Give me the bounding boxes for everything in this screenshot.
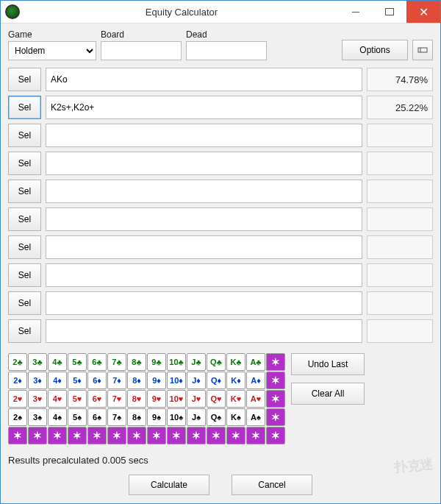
card-wild[interactable]: ✶ bbox=[147, 427, 166, 444]
card-4diamond[interactable]: 4♦ bbox=[48, 372, 67, 389]
card-Jdiamond[interactable]: J♦ bbox=[187, 372, 206, 389]
sel-button[interactable]: Sel bbox=[8, 207, 41, 231]
card-10club[interactable]: 10♣ bbox=[167, 353, 186, 371]
card-wild-spade[interactable]: ✶ bbox=[266, 408, 285, 426]
calculate-button[interactable]: Calculate bbox=[129, 475, 209, 495]
cancel-button[interactable]: Cancel bbox=[232, 475, 312, 495]
card-9diamond[interactable]: 9♦ bbox=[147, 372, 166, 389]
board-input[interactable] bbox=[101, 41, 182, 60]
hand-range-input[interactable] bbox=[46, 319, 362, 343]
card-4heart[interactable]: 4♥ bbox=[48, 390, 67, 408]
card-Adiamond[interactable]: A♦ bbox=[246, 372, 265, 389]
card-9club[interactable]: 9♣ bbox=[147, 353, 166, 371]
dead-input[interactable] bbox=[186, 41, 267, 60]
card-10spade[interactable]: 10♠ bbox=[167, 408, 186, 426]
card-2club[interactable]: 2♣ bbox=[8, 353, 27, 371]
card-2heart[interactable]: 2♥ bbox=[8, 390, 27, 408]
card-Aheart[interactable]: A♥ bbox=[246, 390, 265, 408]
card-Qclub[interactable]: Q♣ bbox=[207, 353, 226, 371]
card-Kclub[interactable]: K♣ bbox=[226, 353, 245, 371]
close-button[interactable]: ✕ bbox=[406, 1, 440, 23]
minimize-button[interactable]: ─ bbox=[339, 1, 373, 23]
card-2spade[interactable]: 2♠ bbox=[8, 408, 27, 426]
maximize-button[interactable] bbox=[373, 1, 406, 23]
card-wild[interactable]: ✶ bbox=[266, 427, 285, 444]
card-3spade[interactable]: 3♠ bbox=[28, 408, 47, 426]
sel-button[interactable]: Sel bbox=[8, 319, 41, 343]
tool-button[interactable] bbox=[412, 40, 433, 60]
card-Qheart[interactable]: Q♥ bbox=[207, 390, 226, 408]
card-9heart[interactable]: 9♥ bbox=[147, 390, 166, 408]
sel-button[interactable]: Sel bbox=[8, 180, 41, 203]
sel-button[interactable]: Sel bbox=[8, 263, 41, 287]
card-Qspade[interactable]: Q♠ bbox=[207, 408, 226, 426]
undo-last-button[interactable]: Undo Last bbox=[291, 353, 365, 375]
card-8club[interactable]: 8♣ bbox=[127, 353, 146, 371]
card-wild[interactable]: ✶ bbox=[107, 427, 126, 444]
card-9spade[interactable]: 9♠ bbox=[147, 408, 166, 426]
card-wild[interactable]: ✶ bbox=[167, 427, 186, 444]
card-wild[interactable]: ✶ bbox=[127, 427, 146, 444]
card-10heart[interactable]: 10♥ bbox=[167, 390, 186, 408]
card-5club[interactable]: 5♣ bbox=[68, 353, 87, 371]
hand-range-input[interactable] bbox=[46, 263, 362, 287]
card-6heart[interactable]: 6♥ bbox=[87, 390, 107, 408]
clear-all-button[interactable]: Clear All bbox=[291, 383, 365, 405]
options-button[interactable]: Options bbox=[342, 40, 408, 60]
card-5spade[interactable]: 5♠ bbox=[68, 408, 87, 426]
hand-range-input[interactable] bbox=[46, 124, 362, 147]
card-Kheart[interactable]: K♥ bbox=[226, 390, 245, 408]
card-Kspade[interactable]: K♠ bbox=[226, 408, 245, 426]
card-Aclub[interactable]: A♣ bbox=[246, 353, 265, 371]
card-8diamond[interactable]: 8♦ bbox=[127, 372, 146, 389]
card-5heart[interactable]: 5♥ bbox=[68, 390, 87, 408]
hand-range-input[interactable] bbox=[46, 235, 362, 259]
sel-button[interactable]: Sel bbox=[8, 96, 41, 119]
card-3diamond[interactable]: 3♦ bbox=[28, 372, 47, 389]
card-7club[interactable]: 7♣ bbox=[107, 353, 126, 371]
card-4club[interactable]: 4♣ bbox=[48, 353, 67, 371]
card-Jspade[interactable]: J♠ bbox=[187, 408, 206, 426]
card-wild[interactable]: ✶ bbox=[68, 427, 87, 444]
card-7spade[interactable]: 7♠ bbox=[107, 408, 126, 426]
sel-button[interactable]: Sel bbox=[8, 68, 41, 91]
card-wild[interactable]: ✶ bbox=[226, 427, 245, 444]
hand-range-input[interactable] bbox=[46, 291, 362, 315]
sel-button[interactable]: Sel bbox=[8, 152, 41, 175]
card-wild-heart[interactable]: ✶ bbox=[266, 390, 285, 408]
sel-button[interactable]: Sel bbox=[8, 235, 41, 259]
card-wild[interactable]: ✶ bbox=[87, 427, 107, 444]
hand-range-input[interactable] bbox=[46, 180, 362, 203]
card-Jheart[interactable]: J♥ bbox=[187, 390, 206, 408]
card-Qdiamond[interactable]: Q♦ bbox=[207, 372, 226, 389]
card-7heart[interactable]: 7♥ bbox=[107, 390, 126, 408]
card-2diamond[interactable]: 2♦ bbox=[8, 372, 27, 389]
sel-button[interactable]: Sel bbox=[8, 291, 41, 315]
card-5diamond[interactable]: 5♦ bbox=[68, 372, 87, 389]
card-wild[interactable]: ✶ bbox=[207, 427, 226, 444]
card-6diamond[interactable]: 6♦ bbox=[87, 372, 107, 389]
card-wild-diamond[interactable]: ✶ bbox=[266, 372, 285, 389]
card-6club[interactable]: 6♣ bbox=[87, 353, 107, 371]
hand-range-input[interactable] bbox=[46, 68, 362, 91]
game-select[interactable]: Holdem bbox=[8, 41, 96, 60]
hand-range-input[interactable] bbox=[46, 207, 362, 231]
card-7diamond[interactable]: 7♦ bbox=[107, 372, 126, 389]
card-3heart[interactable]: 3♥ bbox=[28, 390, 47, 408]
card-Jclub[interactable]: J♣ bbox=[187, 353, 206, 371]
hand-range-input[interactable] bbox=[46, 96, 362, 119]
card-wild[interactable]: ✶ bbox=[246, 427, 265, 444]
card-wild[interactable]: ✶ bbox=[48, 427, 67, 444]
card-8spade[interactable]: 8♠ bbox=[127, 408, 146, 426]
card-10diamond[interactable]: 10♦ bbox=[167, 372, 186, 389]
card-wild[interactable]: ✶ bbox=[8, 427, 27, 444]
card-6spade[interactable]: 6♠ bbox=[87, 408, 107, 426]
card-wild[interactable]: ✶ bbox=[187, 427, 206, 444]
sel-button[interactable]: Sel bbox=[8, 124, 41, 147]
card-8heart[interactable]: 8♥ bbox=[127, 390, 146, 408]
card-wild-club[interactable]: ✶ bbox=[266, 353, 285, 371]
card-4spade[interactable]: 4♠ bbox=[48, 408, 67, 426]
hand-range-input[interactable] bbox=[46, 152, 362, 175]
card-Aspade[interactable]: A♠ bbox=[246, 408, 265, 426]
card-wild[interactable]: ✶ bbox=[28, 427, 47, 444]
